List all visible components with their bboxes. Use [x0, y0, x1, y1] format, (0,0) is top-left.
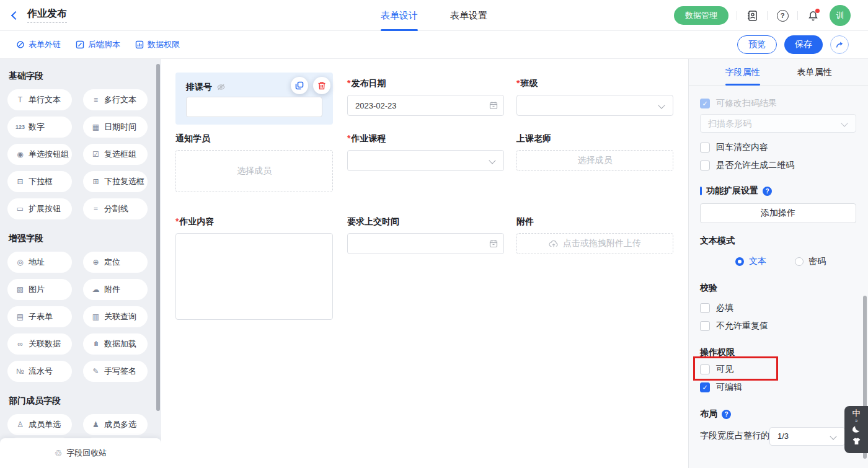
checkbox-editable[interactable]: ✓ — [700, 382, 710, 392]
sidebar-field-item[interactable]: ılı数据加载 — [83, 333, 148, 355]
form-designer-app: 作业发布 表单设计 表单设置 数据管理 ? — [0, 0, 868, 468]
data-manage-button[interactable]: 数据管理 — [674, 6, 728, 25]
annotation-highlight — [693, 356, 778, 381]
add-action-button[interactable]: 添加操作 — [700, 203, 856, 223]
notification-bell-icon[interactable] — [806, 9, 820, 22]
sidebar-field-item[interactable]: 123数字 — [7, 117, 72, 138]
chevron-down-icon — [489, 157, 495, 164]
date-input[interactable] — [347, 233, 504, 254]
dark-mode-moon-icon[interactable] — [851, 424, 862, 435]
sidebar-field-item[interactable]: ✎手写签名 — [83, 361, 148, 382]
trash-icon — [317, 81, 326, 90]
sidebar-field-item[interactable]: ♙成员单选 — [7, 414, 72, 435]
upload-dropzone[interactable]: 点击或拖拽附件上传 — [516, 233, 673, 254]
member-picker[interactable]: 选择成员 — [516, 150, 673, 171]
checkbox-required[interactable] — [700, 303, 710, 313]
field-type-icon: ⊞ — [91, 178, 100, 185]
enhanced-fields-grid: ◎地址 ⊕定位 ▧图片 ☁附件 ▤子表单 ▥关联查询 ∞关联数据 ılı数据加载… — [7, 252, 154, 382]
field-recycle-bin[interactable]: ♲ 字段回收站 — [0, 438, 161, 468]
checkbox-enter-clear[interactable] — [700, 143, 710, 152]
field-type-icon: T — [16, 96, 25, 104]
sidebar-field-item[interactable]: №流水号 — [7, 361, 72, 382]
chevron-down-icon — [841, 120, 848, 126]
tab-form-properties[interactable]: 表单属性 — [797, 59, 832, 86]
form-external-link[interactable]: 表单外链 — [16, 39, 61, 50]
canvas-field[interactable]: 附件 点击或拖拽附件上传 — [516, 215, 673, 254]
canvas-field[interactable]: 要求上交时间 — [347, 215, 504, 254]
checkbox-scan-result[interactable]: ✓ — [700, 99, 710, 108]
canvas-field[interactable]: 通知学员 选择成员 — [175, 132, 333, 192]
member-picker[interactable]: 选择成员 — [175, 150, 333, 192]
panel-tabs: 字段属性 表单属性 — [689, 59, 868, 86]
backend-script-link[interactable]: 后端脚本 — [76, 39, 120, 50]
sidebar-field-item[interactable]: ▧图片 — [7, 279, 72, 300]
sidebar-field-item[interactable]: T单行文本 — [7, 89, 72, 110]
divider — [797, 11, 798, 20]
radio-option-password[interactable]: 密码 — [795, 256, 826, 267]
validation-label: 校验 — [700, 283, 717, 294]
sidebar-field-item[interactable]: =分割线 — [83, 198, 148, 219]
ime-toggle[interactable]: 中 — [852, 409, 861, 418]
canvas-field[interactable]: *班级 — [516, 77, 673, 116]
scan-type-select[interactable]: 扫描条形码 — [700, 114, 856, 133]
field-input[interactable] — [186, 97, 322, 117]
properties-panel: 字段属性 表单属性 ✓ 可修改扫码结果 扫描条形码 回车清空内容 是否允许生成二… — [688, 59, 868, 468]
sidebar-field-item[interactable]: ⊞下拉复选框 — [83, 171, 148, 192]
section-title-enhanced-fields: 增强字段 — [9, 233, 153, 243]
tab-field-properties[interactable]: 字段属性 — [725, 59, 760, 86]
help-icon[interactable]: ? — [776, 9, 789, 22]
avatar[interactable]: 训 — [830, 5, 851, 26]
field-label: *作业课程 — [347, 132, 504, 144]
sidebar-field-item[interactable]: ☑复选框组 — [83, 144, 148, 165]
sidebar-field-item[interactable]: ≡多行文本 — [83, 89, 148, 110]
chevron-down-icon — [830, 433, 836, 439]
field-type-icon: ▥ — [91, 313, 100, 320]
section-title-member-fields: 部门成员字段 — [9, 395, 153, 405]
contact-book-icon[interactable] — [745, 9, 759, 22]
sidebar-field-item[interactable]: ♟成员多选 — [83, 414, 148, 435]
sidebar-field-item[interactable]: ▤子表单 — [7, 306, 72, 327]
date-input[interactable] — [347, 95, 504, 116]
select-input[interactable] — [516, 95, 673, 116]
sidebar-field-item[interactable]: ▦日期时间 — [83, 117, 148, 138]
sidebar-field-item[interactable]: ⊕定位 — [83, 252, 148, 273]
share-button[interactable] — [830, 35, 849, 54]
radio-option-text[interactable]: 文本 — [735, 256, 766, 267]
sidebar-field-item[interactable]: ◉单选按钮组 — [7, 144, 72, 165]
select-input[interactable] — [347, 150, 504, 171]
canvas-field[interactable]: *发布日期 — [347, 77, 504, 116]
canvas-field[interactable]: *作业课程 — [347, 132, 504, 171]
canvas-field[interactable]: 上课老师 选择成员 — [516, 132, 673, 171]
sidebar-field-item[interactable]: ◎地址 — [7, 252, 72, 273]
sidebar-field-item[interactable]: ⊟下拉框 — [7, 171, 72, 192]
back-icon[interactable] — [11, 11, 20, 19]
delete-field-button[interactable] — [313, 77, 330, 94]
data-permission-link[interactable]: 数据权限 — [135, 39, 180, 50]
preview-button[interactable]: 预览 — [737, 35, 777, 54]
copy-field-button[interactable] — [291, 77, 308, 94]
save-button[interactable]: 保存 — [784, 35, 823, 54]
page-title[interactable]: 作业发布 — [27, 7, 67, 23]
header-tabs: 表单设计 表单设置 — [381, 0, 487, 31]
sidebar-field-item[interactable]: ∞关联数据 — [7, 333, 72, 355]
canvas-field-selected[interactable]: 排课号 — [175, 73, 333, 125]
calendar-icon — [489, 101, 498, 112]
field-label: 上课老师 — [516, 132, 673, 144]
field-type-icon: ⊟ — [16, 178, 25, 185]
field-width-select[interactable]: 1/3 — [769, 427, 845, 446]
canvas-field[interactable]: *作业内容 — [175, 215, 333, 322]
help-icon[interactable]: ? — [763, 187, 772, 196]
sidebar-scrollbar[interactable] — [156, 64, 160, 411]
checkbox-no-duplicate[interactable] — [700, 321, 710, 331]
tab-form-settings[interactable]: 表单设置 — [450, 0, 487, 31]
sidebar-field-item[interactable]: ☁附件 — [83, 279, 148, 300]
field-type-icon: ◎ — [16, 258, 25, 266]
checkbox-qrcode[interactable] — [700, 161, 710, 170]
textarea-input[interactable] — [175, 233, 333, 320]
theme-shirt-icon[interactable] — [851, 436, 862, 446]
tab-form-design[interactable]: 表单设计 — [381, 0, 418, 31]
help-icon[interactable]: ? — [722, 410, 731, 419]
field-type-icon: ∞ — [16, 340, 25, 348]
sidebar-field-item[interactable]: ▭扩展按钮 — [7, 198, 72, 219]
sidebar-field-item[interactable]: ▥关联查询 — [83, 306, 148, 327]
